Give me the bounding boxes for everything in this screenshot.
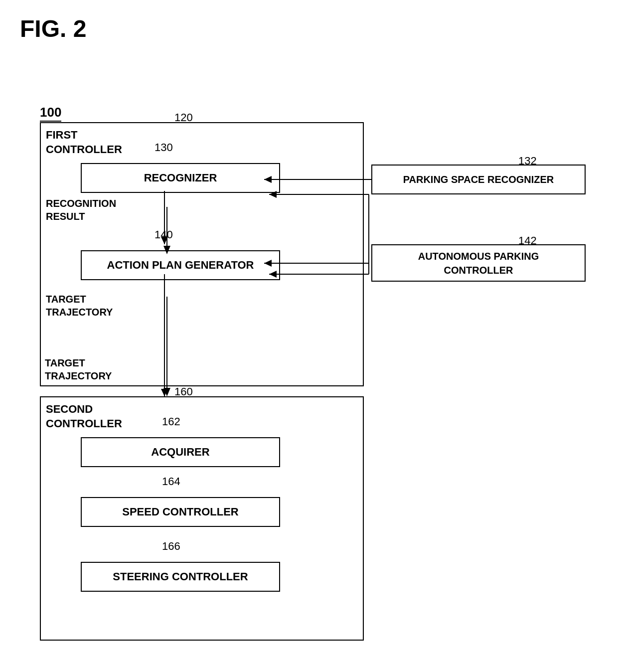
action-plan-generator-box: ACTION PLAN GENERATOR [81, 250, 280, 280]
speed-controller-box: SPEED CONTROLLER [81, 497, 280, 527]
svg-marker-17 [161, 389, 168, 396]
steering-controller-box: STEERING CONTROLLER [81, 562, 280, 592]
autonomous-parking-controller-box: AUTONOMOUS PARKINGCONTROLLER [371, 244, 586, 282]
label-132: 132 [518, 155, 537, 168]
label-130: 130 [154, 141, 173, 154]
label-166: 166 [162, 540, 180, 553]
diagram-area: 100 FIRSTCONTROLLER RECOGNIZER ACTION PL… [20, 67, 598, 666]
first-controller-label: FIRSTCONTROLLER [46, 128, 122, 157]
label-100: 100 [40, 105, 61, 120]
second-controller-box: SECONDCONTROLLER ACQUIRER SPEED CONTROLL… [40, 396, 364, 641]
label-142: 142 [518, 234, 537, 247]
svg-marker-3 [163, 388, 170, 396]
recognizer-box: RECOGNIZER [81, 163, 280, 193]
fig-title: FIG. 2 [20, 15, 598, 42]
second-controller-label: SECONDCONTROLLER [46, 402, 122, 431]
target-trajectory-label: TARGETTRAJECTORY [45, 356, 112, 382]
label-160: 160 [174, 385, 193, 398]
recognition-result-label: RECOGNITIONRESULT [46, 197, 116, 223]
label-120: 120 [174, 111, 193, 124]
page-container: FIG. 2 100 [0, 0, 618, 672]
parking-space-recognizer-box: PARKING SPACE RECOGNIZER [371, 165, 586, 194]
label-140: 140 [154, 228, 173, 241]
first-controller-box: FIRSTCONTROLLER RECOGNIZER ACTION PLAN G… [40, 122, 364, 386]
label-162: 162 [162, 415, 180, 428]
acquirer-box: ACQUIRER [81, 437, 280, 467]
label-164: 164 [162, 475, 180, 488]
target-trajectory-label-inner: TARGETTRAJECTORY [46, 293, 113, 319]
